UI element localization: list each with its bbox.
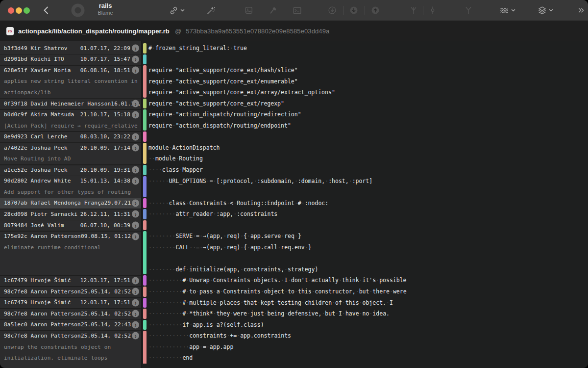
commit-annotation-row[interactable]: 175e92c Aaron Patterson09.08.15, 01:12❯ [0, 231, 141, 242]
commit-date: 20.10.09, 17:14 [80, 145, 130, 151]
commit-annotation-row[interactable]: b0d0c9f Akira Matsuda21.10.17, 15:18❯ [0, 109, 141, 120]
commit-hash-author: 8a51ec0 Aaron Patterson [4, 321, 81, 328]
commit-color-stripe-segment [143, 242, 147, 253]
whitespace-dot: · [162, 332, 166, 339]
commit-annotation-row[interactable]: d2901bd Koichi ITO10.07.17, 15:47❯ [0, 54, 141, 65]
commit-reveal-button[interactable]: ❯ [132, 321, 139, 328]
empty-annotation-row [0, 253, 141, 264]
commit-annotation-row[interactable]: a1ce52e Joshua Peek20.10.09, 19:31❯ [0, 164, 141, 176]
commit-color-stripe-segment [143, 352, 147, 364]
commit-annotation-row[interactable]: 8079484 José Valim06.07.10, 00:39❯ [0, 220, 141, 231]
commit-color-stripe [141, 131, 147, 142]
commit-annotation-row[interactable]: 628e51f Xavier Noria06.08.16, 18:51❯ [0, 65, 141, 76]
commit-reveal-button[interactable]: ❯ [132, 233, 139, 240]
commit-hash-author: a1ce52e Joshua Peek [4, 167, 68, 173]
commit-color-stripe [141, 297, 147, 309]
commit-reveal-button[interactable]: ❯ [132, 111, 139, 118]
commit-reveal-button[interactable]: ❯ [132, 332, 139, 340]
commit-reveal-button[interactable]: ❯ [132, 299, 139, 306]
blame-row: Move Routing into AD··module·Routing [0, 153, 588, 164]
at-sign: @ [175, 27, 181, 35]
code-line: ············app·=·app.app [147, 342, 588, 353]
whitespace-dot: · [172, 343, 176, 350]
commit-reveal-button[interactable]: ❯ [132, 210, 139, 218]
blame-row: 28cd098 Piotr Sarnacki26.12.11, 11:31❯··… [0, 209, 588, 220]
whitespace-dot: · [155, 210, 159, 217]
commit-reveal-button[interactable]: ❯ [132, 45, 139, 52]
whitespace-dot: · [148, 233, 152, 239]
minimize-window-button[interactable] [16, 7, 22, 14]
commit-message: eliminate runtime conditional [4, 244, 101, 251]
back-button[interactable] [42, 5, 52, 16]
close-window-button[interactable] [8, 7, 14, 14]
commit-annotation-row[interactable]: 8e9d923 Carl Lerche08.03.10, 23:22❯ [0, 131, 141, 142]
whitespace-dot: · [186, 277, 189, 284]
overflow-chevrons-icon[interactable] [576, 0, 586, 21]
whitespace-dot: · [206, 343, 210, 350]
commit-color-stripe-segment [143, 165, 147, 175]
layers-stack-icon[interactable] [537, 0, 553, 21]
whitespace-dot: · [152, 288, 155, 295]
commit-annotation-row[interactable]: 18707ab Rafael Mendonça França29.07.21,❯ [0, 198, 141, 209]
commit-reveal-button[interactable]: ❯ [132, 288, 139, 295]
commit-reveal-button[interactable]: ❯ [132, 67, 139, 74]
commit-reveal-button[interactable]: ❯ [132, 133, 139, 140]
commit-reveal-button[interactable]: ❯ [132, 199, 139, 207]
commit-date: 21.10.17, 15:18 [80, 111, 130, 118]
magic-wand-icon[interactable] [206, 0, 216, 21]
commit-date: 20.10.09, 19:31 [80, 167, 130, 173]
commit-annotation-row[interactable]: 1c67479 Hrvoje Šimić12.03.17, 17:51❯ [0, 275, 141, 286]
commit-annotation-row[interactable]: 28cd098 Piotr Sarnacki26.12.11, 11:31❯ [0, 209, 141, 220]
commit-annotation-row[interactable]: a74022e Joshua Peek20.10.09, 17:14❯ [0, 142, 141, 154]
commit-date: 12.03.17, 17:51 [80, 299, 130, 306]
whitespace-dot: · [356, 288, 359, 295]
link-icon[interactable] [169, 0, 185, 21]
whitespace-dot: · [199, 244, 203, 251]
commit-reveal-button[interactable]: ❯ [132, 310, 139, 317]
commit-annotation-row[interactable]: b3f3d49 Kir Shatrov01.07.17, 22:09❯ [0, 43, 141, 54]
whitespace-dot: · [321, 310, 325, 317]
commit-annotation-row[interactable]: 98c7fe8 Aaron Patterson25.05.14, 02:52❯ [0, 286, 141, 297]
repository-avatar-ring-icon [71, 3, 85, 18]
commit-annotation-row[interactable]: 0f39f18 David Heinemeier Hansson16.01.17… [0, 98, 141, 109]
blame-row: Add support for other types of routing [0, 186, 588, 198]
commit-reveal-button[interactable]: ❯ [132, 166, 139, 174]
whitespace-dot: · [169, 277, 172, 284]
commit-color-stripe [141, 43, 147, 54]
commit-reveal-button[interactable]: ❯ [132, 277, 139, 284]
whitespace-dot: · [155, 277, 159, 284]
blame-row: 98c7fe8 Aaron Patterson25.05.14, 02:52❯·… [0, 330, 588, 342]
commit-annotation-row[interactable]: 90d2802 Andrew White15.01.13, 14:38❯ [0, 176, 141, 187]
whitespace-dot: · [155, 288, 159, 295]
revision-hash: 573bba3ba9a653551e078802e09e8585e03dd49a [186, 27, 329, 35]
commit-reveal-button[interactable]: ❯ [132, 222, 139, 229]
commit-color-stripe [141, 54, 147, 65]
whitespace-dot: · [369, 310, 372, 317]
commit-reveal-button[interactable]: ❯ [132, 177, 139, 184]
whitespace-dot: · [335, 310, 339, 317]
commit-color-stripe [141, 242, 147, 253]
whitespace-dot: · [233, 200, 237, 207]
commit-annotation-row[interactable]: 1c67479 Hrvoje Šimić12.03.17, 17:51❯ [0, 297, 141, 309]
code-line [147, 253, 588, 264]
waves-icon[interactable] [499, 0, 515, 21]
commit-annotation-row[interactable]: 8a51ec0 Aaron Patterson25.05.14, 22:43❯ [0, 319, 141, 331]
commit-reveal-button[interactable]: ❯ [132, 100, 139, 107]
blame-row: 98c7fe8 Aaron Patterson25.05.14, 02:52❯·… [0, 286, 588, 297]
commit-annotation-row[interactable]: 98c7fe8 Aaron Patterson25.05.14, 02:52❯ [0, 330, 141, 342]
whitespace-dot: · [166, 343, 169, 350]
whitespace-dot: · [172, 299, 176, 306]
toolbar-divider [423, 6, 423, 15]
whitespace-dot: · [148, 166, 152, 173]
whitespace-dot: · [162, 288, 166, 295]
code-line [147, 220, 588, 231]
commit-annotation-row[interactable]: 98c7fe8 Aaron Patterson25.05.14, 02:52❯ [0, 308, 141, 319]
commit-hash-author: 8079484 José Valim [4, 222, 64, 229]
zoom-window-button[interactable] [24, 7, 30, 14]
whitespace-dot: · [155, 178, 159, 184]
commit-reveal-button[interactable]: ❯ [132, 144, 139, 152]
commit-reveal-button[interactable]: ❯ [132, 55, 139, 63]
commit-date: 25.05.14, 02:52 [81, 333, 131, 339]
whitespace-dot: · [169, 299, 172, 306]
whitespace-dot: · [257, 299, 261, 306]
